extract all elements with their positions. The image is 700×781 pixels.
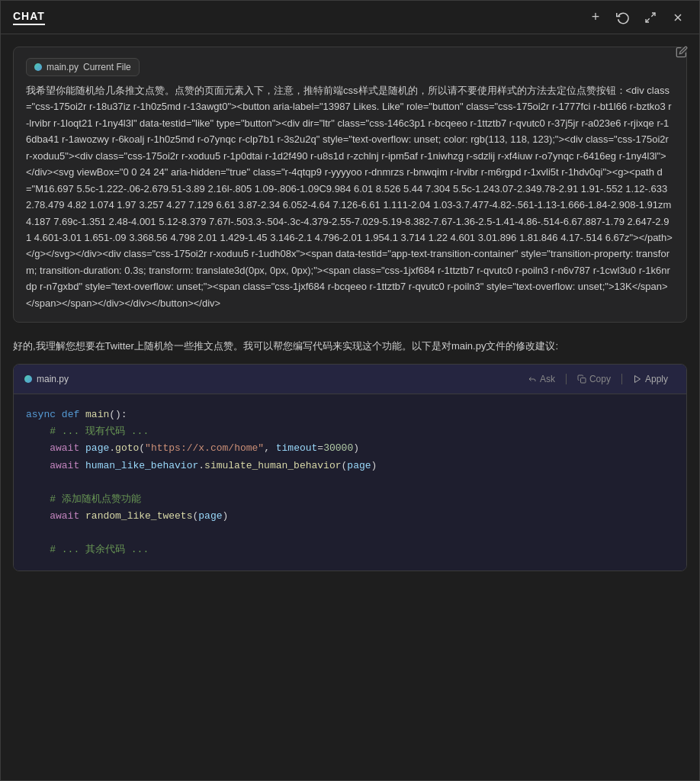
divider-2 [621, 374, 622, 384]
code-block-container: main.py Ask [13, 364, 687, 571]
code-line-7: await random_like_tweets(page) [26, 508, 674, 525]
code-line-5 [26, 474, 674, 491]
expand-icon[interactable] [641, 8, 660, 27]
user-message-text: 我希望你能随机给几条推文点赞。点赞的页面元素入下，注意，推特前端css样式是随机… [26, 82, 674, 311]
svg-line-1 [646, 18, 650, 22]
copy-button[interactable]: Copy [570, 371, 618, 387]
code-line-3: await page.goto("https://x.com/home", ti… [26, 440, 674, 457]
file-badge: main.py Current File [26, 58, 140, 76]
code-line-8 [26, 525, 674, 542]
apply-button[interactable]: Apply [625, 371, 676, 387]
content-area: main.py Current File 我希望你能随机给几条推文点赞。点赞的页… [1, 34, 699, 780]
code-line-1: async def main(): [26, 407, 674, 423]
file-badge-filename: main.py [47, 62, 79, 72]
copy-label: Copy [589, 374, 611, 384]
apply-label: Apply [645, 374, 668, 384]
window-title: CHAT [13, 10, 45, 25]
code-content: async def main(): # ... 现有代码 ... await p… [14, 394, 686, 570]
file-badge-dot [34, 63, 42, 71]
code-line-9: # ... 其余代码 ... [26, 542, 674, 558]
assistant-message: 好的,我理解您想要在Twitter上随机给一些推文点赞。我可以帮您编写代码来实现… [13, 335, 687, 574]
history-icon[interactable] [614, 8, 632, 27]
title-bar: CHAT + [1, 1, 699, 34]
code-line-6: # 添加随机点赞功能 [26, 491, 674, 508]
file-badge-label: Current File [83, 62, 131, 72]
svg-marker-5 [634, 376, 640, 383]
code-block-header: main.py Ask [14, 365, 686, 394]
filename-dot [24, 375, 32, 383]
divider-1 [566, 374, 567, 384]
svg-line-0 [651, 13, 655, 17]
close-icon[interactable] [669, 8, 687, 27]
ask-label: Ask [540, 374, 555, 384]
title-bar-left: CHAT [13, 10, 45, 25]
assistant-message-text: 好的,我理解您想要在Twitter上随机给一些推文点赞。我可以帮您编写代码来实现… [13, 338, 687, 355]
title-bar-actions: + [586, 8, 687, 27]
code-line-4: await human_like_behavior.simulate_human… [26, 458, 674, 474]
chat-window: CHAT + [0, 0, 700, 781]
code-line-2: # ... 现有代码 ... [26, 423, 674, 440]
ask-button[interactable]: Ask [520, 371, 563, 387]
svg-rect-4 [580, 378, 586, 384]
code-filename-text: main.py [37, 374, 69, 384]
user-message: main.py Current File 我希望你能随机给几条推文点赞。点赞的页… [13, 47, 687, 323]
new-chat-icon[interactable]: + [586, 8, 605, 27]
edit-icon-button[interactable] [673, 43, 691, 64]
code-block-actions: Ask Copy [520, 371, 676, 387]
code-block-filename: main.py [24, 374, 69, 384]
